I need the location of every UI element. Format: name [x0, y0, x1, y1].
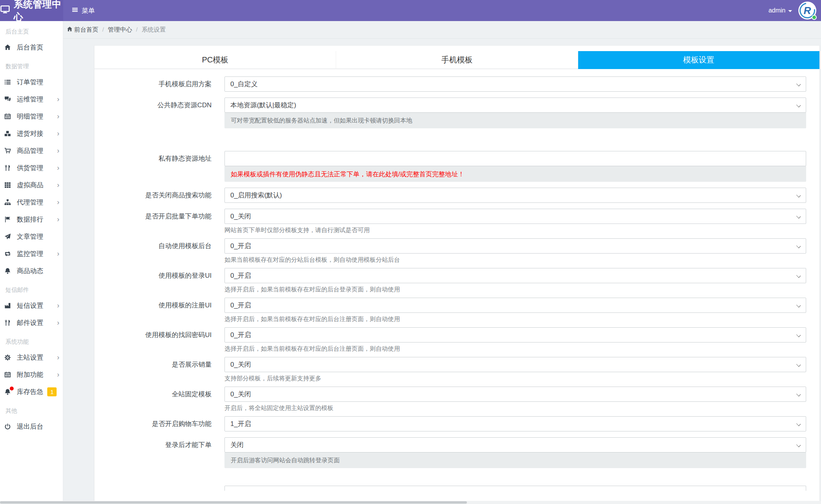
field-label: 私有静态资源地址 [94, 151, 212, 182]
input-私有静态资源地址[interactable] [224, 151, 806, 166]
app-brand[interactable]: 系统管理中心 [0, 0, 63, 21]
power-icon [3, 423, 12, 430]
tab-手机模板[interactable]: 手机模板 [336, 51, 577, 69]
calendar-icon [3, 113, 12, 120]
select-value: 0_自定义 [230, 80, 258, 89]
form-row: 是否开启批量下单功能0_关闭网站首页下单时仅部分模板支持，请自行测试是否可用 [94, 209, 819, 234]
sidebar-item-主站设置[interactable]: 主站设置› [0, 349, 63, 366]
select-使用模板的登录UI[interactable]: 0_开启 [224, 268, 806, 283]
field-control: 0_启用搜索(默认) [224, 188, 806, 203]
sidebar-item-供货管理[interactable]: 供货管理› [0, 159, 63, 176]
sidebar-item-label: 数据排行 [17, 215, 43, 224]
settings-card: PC模板手机模板模板设置 手机模板启用方案0_自定义公共静态资源CDN本地资源(… [94, 45, 820, 501]
top-navbar: 系统管理中心 菜单 admin R [0, 0, 821, 21]
select-是否开启批量下单功能[interactable]: 0_关闭 [224, 209, 806, 224]
sidebar-item-label: 供货管理 [17, 163, 43, 172]
chevron-down-icon [796, 422, 801, 426]
chevron-down-icon [796, 392, 801, 396]
breadcrumb-item[interactable]: 前台首页 [67, 26, 98, 34]
select-value: 0_开启 [230, 330, 251, 339]
field-help-text: 选择开启后，如果当前模板存在对应的后台注册页面，则自动使用 [224, 315, 806, 323]
list-icon [3, 78, 12, 85]
user-dropdown[interactable]: admin [768, 7, 792, 14]
sidebar-item-商品管理[interactable]: 商品管理› [0, 142, 63, 159]
sidebar-item-附加功能[interactable]: 附加功能› [0, 366, 63, 383]
field-control: 0_关闭支持部分模板，后续将更新支持更多 [224, 357, 806, 382]
form-row: 登录后才能下单关闭开启后游客访问网站会自动跳转登录页面 [94, 437, 819, 468]
sidebar-item-运维管理[interactable]: 运维管理› [0, 91, 63, 108]
field-label: 登录后才能下单 [94, 437, 212, 468]
sidebar-item-订单管理[interactable]: 订单管理 [0, 73, 63, 91]
chevron-right-icon: › [57, 147, 59, 154]
sidebar-item-代理管理[interactable]: 代理管理› [0, 193, 63, 211]
avatar[interactable]: R [798, 2, 816, 20]
sidebar-section-header: 短信邮件 [0, 286, 63, 294]
field-label: 是否开启购物车功能 [94, 416, 212, 431]
select-手机模板启用方案[interactable]: 0_自定义 [224, 76, 806, 92]
select-value: 0_开启 [230, 301, 251, 310]
field-control: 关闭开启后游客访问网站会自动跳转登录页面 [224, 437, 806, 468]
sidebar-item-进货对接[interactable]: 进货对接› [0, 125, 63, 142]
tab-模板设置[interactable]: 模板设置 [578, 51, 819, 69]
template-tabs: PC模板手机模板模板设置 [94, 51, 819, 69]
sidebar-item-label: 商品管理 [17, 146, 43, 155]
sidebar-item-明细管理[interactable]: 明细管理› [0, 108, 63, 125]
sidebar-item-商品动态[interactable]: 商品动态 [0, 262, 63, 279]
sitemap-icon [3, 199, 12, 206]
sidebar-item-label: 订单管理 [17, 78, 43, 87]
sidebar-item-短信设置[interactable]: 短信设置› [0, 297, 63, 314]
cutlery-icon [3, 164, 12, 171]
field-label: 全站固定模板 [94, 387, 212, 412]
sidebar-item-数据排行[interactable]: 数据排行› [0, 211, 63, 228]
field-help-text: 网站首页下单时仅部分模板支持，请自行测试是否可用 [224, 226, 806, 234]
tab-PC模板[interactable]: PC模板 [94, 51, 336, 69]
horizontal-scrollbar-thumb[interactable] [0, 501, 467, 504]
count-badge: 1 [47, 387, 57, 396]
select-value: 0_关闭 [230, 212, 251, 221]
select-使用模板的注册UI[interactable]: 0_开启 [224, 298, 806, 313]
sidebar-item-label: 库存告急 [17, 387, 43, 396]
sidebar-item-后台首页[interactable]: 后台首页 [0, 39, 63, 56]
field-control: 0_关闭开启后，将全站固定使用主站设置的模板 [224, 387, 806, 412]
sidebar-item-监控管理[interactable]: 监控管理› [0, 245, 63, 262]
sidebar-item-文章管理[interactable]: 文章管理 [0, 228, 63, 245]
select-公共静态资源CDN[interactable]: 本地资源(默认|最稳定) [224, 98, 806, 113]
field-label: 公共静态资源CDN [94, 98, 212, 128]
chevron-right-icon: › [57, 130, 59, 137]
cart-icon [3, 147, 12, 154]
select-是否开启购物车功能[interactable]: 1_开启 [224, 416, 806, 431]
select-全站固定模板[interactable]: 0_关闭 [224, 387, 806, 402]
sidebar-item-虚拟商品[interactable]: 虚拟商品› [0, 176, 63, 193]
sidebar-item-退出后台[interactable]: 退出后台 [0, 418, 63, 435]
bars-icon [71, 7, 78, 15]
breadcrumb-item[interactable]: 管理中心 [108, 26, 132, 34]
chevron-right-icon: › [57, 354, 59, 361]
field-label: 是否关闭商品搜索功能 [94, 188, 212, 203]
tab-label: 模板设置 [683, 55, 714, 65]
field-help-text: 支持部分模板，后续将更新支持更多 [224, 374, 806, 382]
chevron-down-icon [796, 333, 801, 337]
sidebar-section-header: 系统功能 [0, 338, 63, 346]
sidebar-item-邮件设置[interactable]: 邮件设置› [0, 314, 63, 331]
select-使用模板的找回密码UI[interactable]: 0_开启 [224, 327, 806, 343]
form-row: 是否关闭商品搜索功能0_启用搜索(默认) [94, 188, 819, 203]
select-登录后才能下单[interactable]: 关闭 [224, 437, 806, 453]
select-是否关闭商品搜索功能[interactable]: 0_启用搜索(默认) [224, 188, 806, 203]
sidebar-toggle-button[interactable]: 菜单 [71, 6, 95, 15]
form-row [94, 486, 819, 491]
field-control: 0_开启选择开启后，如果当前模板存在对应的后台注册页面，则自动使用 [224, 327, 806, 353]
gear-icon [3, 354, 12, 361]
select-是否展示销量[interactable]: 0_关闭 [224, 357, 806, 372]
chevron-right-icon: › [57, 216, 59, 223]
field-label: 是否展示销量 [94, 357, 212, 382]
select-自动使用模板后台[interactable]: 0_开启 [224, 238, 806, 254]
field-label: 是否开启批量下单功能 [94, 209, 212, 234]
cutlery-icon [3, 319, 12, 326]
sidebar-item-库存告急[interactable]: 库存告急1 [0, 383, 63, 400]
sidebar-item-label: 主站设置 [17, 353, 43, 362]
hidden-partial-select[interactable] [224, 486, 806, 491]
chevron-right-icon: › [57, 371, 59, 378]
form-row: 使用模板的找回密码UI0_开启选择开启后，如果当前模板存在对应的后台注册页面，则… [94, 327, 819, 353]
chevron-down-icon [796, 193, 801, 197]
field-label: 使用模板的找回密码UI [94, 327, 212, 353]
